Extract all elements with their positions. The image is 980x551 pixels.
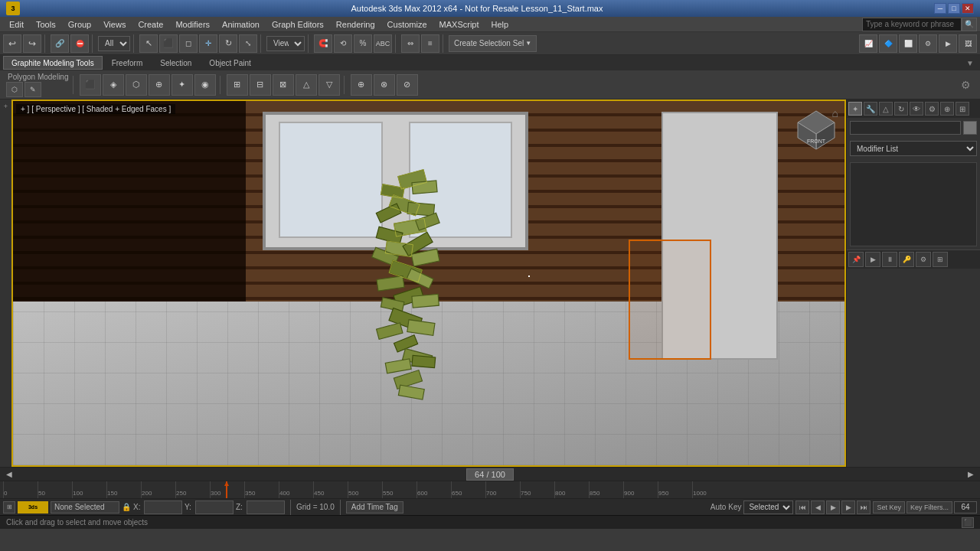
- ribbon-btn-8[interactable]: ⊟: [250, 74, 271, 96]
- left-panel-expand[interactable]: +: [4, 103, 8, 110]
- ribbon-btn-12[interactable]: ⊕: [351, 74, 372, 96]
- menu-maxscript[interactable]: MAXScript: [433, 18, 485, 31]
- y-coord-input[interactable]: [195, 500, 234, 514]
- ribbon-tab-objectpaint[interactable]: Object Paint: [201, 56, 259, 70]
- ribbon-settings-icon[interactable]: ⚙: [958, 79, 974, 91]
- render-button[interactable]: ▶: [939, 34, 957, 53]
- undo-button[interactable]: ↩: [3, 34, 21, 53]
- menu-modifiers[interactable]: Modifiers: [169, 18, 216, 31]
- menu-rendering[interactable]: Rendering: [330, 18, 381, 31]
- key-filters-button[interactable]: Key Filters...: [906, 501, 952, 514]
- percent-snap-button[interactable]: %: [354, 34, 372, 53]
- tab-create[interactable]: ✦: [848, 102, 862, 116]
- add-time-tag-button[interactable]: Add Time Tag: [346, 501, 403, 514]
- polygon-mode-btn[interactable]: ⬡: [6, 82, 23, 97]
- material-button[interactable]: ⬜: [899, 34, 917, 53]
- ribbon-btn-6[interactable]: ◉: [194, 74, 216, 96]
- rpanel-key-btn[interactable]: 🔑: [899, 252, 914, 267]
- tab-utilities[interactable]: ⚙: [925, 102, 939, 116]
- menu-animation[interactable]: Animation: [216, 18, 266, 31]
- render-frame-button[interactable]: 🖼: [959, 34, 977, 53]
- redo-button[interactable]: ↪: [23, 34, 41, 53]
- move-button[interactable]: ✛: [199, 34, 217, 53]
- menu-create[interactable]: Create: [132, 18, 169, 31]
- search-icon[interactable]: 🔍: [962, 18, 977, 31]
- ribbon-btn-13[interactable]: ⊗: [374, 74, 395, 96]
- play-button[interactable]: ▶: [826, 500, 840, 514]
- rpanel-play-btn[interactable]: ▶: [865, 252, 880, 267]
- tab-modify[interactable]: 🔧: [864, 102, 877, 116]
- goto-start-button[interactable]: ⏮: [795, 500, 809, 514]
- spinner-snap-button[interactable]: ABC: [374, 34, 392, 53]
- ribbon-tab-graphite[interactable]: Graphite Modeling Tools: [3, 56, 103, 70]
- set-key-button[interactable]: Set Key: [873, 501, 905, 514]
- modifier-list-dropdown[interactable]: Modifier List: [850, 141, 977, 156]
- ribbon-tab-selection[interactable]: Selection: [152, 56, 200, 70]
- ribbon-btn-9[interactable]: ⊠: [273, 74, 294, 96]
- tab-extra2[interactable]: ⊞: [956, 102, 969, 116]
- polygon-edit-btn[interactable]: ✎: [24, 82, 41, 97]
- rpanel-pause-btn[interactable]: ⏸: [882, 252, 897, 267]
- viewport[interactable]: + ] [ Perspective ] [ Shaded + Edged Fac…: [11, 99, 846, 467]
- color-swatch[interactable]: [963, 121, 977, 135]
- tab-extra[interactable]: ⊕: [940, 102, 954, 116]
- track-bar[interactable]: 0 50 100 150 200 250 300 350 400 450 500…: [0, 481, 980, 498]
- angle-snap-button[interactable]: ⟲: [334, 34, 352, 53]
- prev-frame-button[interactable]: ◀: [811, 500, 825, 514]
- ribbon-btn-2[interactable]: ◈: [103, 74, 124, 96]
- lock-icon[interactable]: 🔒: [122, 503, 131, 511]
- viewport-quality-btn[interactable]: ⬛: [962, 517, 974, 528]
- link-button[interactable]: 🔗: [51, 34, 69, 53]
- menu-help[interactable]: Help: [485, 18, 515, 31]
- help-search-input[interactable]: [862, 18, 962, 31]
- mirror-button[interactable]: ⇔: [401, 34, 420, 53]
- rotate-button[interactable]: ↻: [219, 34, 237, 53]
- frame-number[interactable]: 64: [954, 501, 977, 514]
- select-region2-button[interactable]: ◻: [179, 34, 198, 53]
- selected-dropdown[interactable]: Selected: [743, 500, 793, 514]
- ribbon-btn-4[interactable]: ⊕: [149, 74, 170, 96]
- select-button[interactable]: ↖: [139, 34, 158, 53]
- create-selection-button[interactable]: Create Selection Sel ▼: [449, 35, 537, 52]
- ribbon-btn-10[interactable]: △: [296, 74, 317, 96]
- z-coord-input[interactable]: [247, 500, 285, 514]
- status-icon-1[interactable]: ⊞: [3, 501, 15, 514]
- rpanel-settings-btn[interactable]: ⚙: [916, 252, 931, 267]
- rpanel-pin-btn[interactable]: 📌: [848, 252, 864, 267]
- unlink-button[interactable]: ⛔: [70, 34, 89, 53]
- tab-display[interactable]: 👁: [910, 102, 923, 116]
- ribbon-btn-3[interactable]: ⬡: [126, 74, 147, 96]
- ribbon-btn-5[interactable]: ✦: [172, 74, 193, 96]
- maximize-button[interactable]: □: [948, 3, 960, 14]
- time-prev-button[interactable]: ◀: [6, 470, 12, 478]
- curve-editor-button[interactable]: 📈: [859, 34, 877, 53]
- goto-end-button[interactable]: ⏭: [857, 500, 871, 514]
- menu-group[interactable]: Group: [62, 18, 98, 31]
- menu-graph-editors[interactable]: Graph Editors: [266, 18, 330, 31]
- time-slider[interactable]: ◀ 64 / 100 ▶: [0, 468, 980, 481]
- ribbon-btn-14[interactable]: ⊘: [397, 74, 418, 96]
- menu-customize[interactable]: Customize: [381, 18, 433, 31]
- minimize-button[interactable]: ─: [934, 3, 946, 14]
- ribbon-btn-11[interactable]: ▽: [318, 74, 340, 96]
- x-coord-input[interactable]: [144, 500, 182, 514]
- scale-button[interactable]: ⤡: [239, 34, 257, 53]
- select-region-button[interactable]: ⬛: [159, 34, 178, 53]
- tab-hierarchy[interactable]: △: [879, 102, 893, 116]
- align-button[interactable]: ≡: [421, 34, 439, 53]
- close-button[interactable]: ✕: [962, 3, 974, 14]
- menu-edit[interactable]: Edit: [3, 18, 30, 31]
- snap-button[interactable]: 🧲: [314, 34, 332, 53]
- view-dropdown[interactable]: View: [266, 36, 305, 51]
- time-next-button[interactable]: ▶: [968, 470, 974, 478]
- ribbon-expand-icon[interactable]: ▼: [963, 59, 977, 67]
- tab-motion[interactable]: ↻: [894, 102, 908, 116]
- menu-views[interactable]: Views: [97, 18, 132, 31]
- render-setup-button[interactable]: ⚙: [919, 34, 937, 53]
- filter-dropdown[interactable]: All: [98, 36, 130, 51]
- object-name-field[interactable]: [850, 121, 961, 135]
- ribbon-btn-1[interactable]: ⬛: [80, 74, 101, 96]
- next-frame-button[interactable]: ▶: [841, 500, 855, 514]
- rpanel-expand-btn[interactable]: ⊞: [933, 252, 948, 267]
- ribbon-tab-freeform[interactable]: Freeform: [103, 56, 152, 70]
